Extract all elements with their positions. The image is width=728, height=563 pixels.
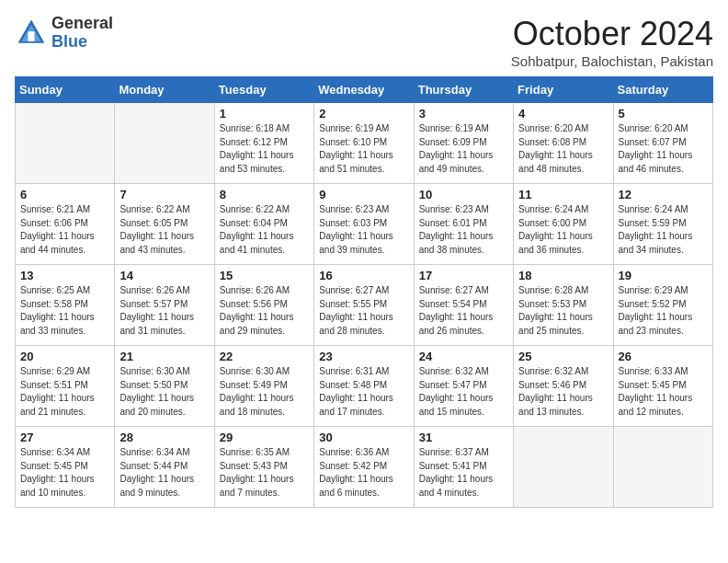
calendar-cell: 20Sunrise: 6:29 AM Sunset: 5:51 PM Dayli… [16, 346, 115, 427]
day-number: 24 [419, 350, 508, 363]
day-info: Sunrise: 6:24 AM Sunset: 6:00 PM Dayligh… [518, 203, 608, 257]
calendar-cell: 7Sunrise: 6:22 AM Sunset: 6:05 PM Daylig… [115, 184, 214, 265]
day-number: 25 [518, 350, 608, 363]
title-block: October 2024 Sohbatpur, Balochistan, Pak… [511, 15, 713, 69]
calendar-cell: 5Sunrise: 6:20 AM Sunset: 6:07 PM Daylig… [613, 103, 712, 184]
day-number: 28 [119, 431, 209, 444]
day-info: Sunrise: 6:22 AM Sunset: 6:05 PM Dayligh… [119, 203, 209, 257]
day-number: 16 [319, 269, 408, 282]
calendar-cell: 18Sunrise: 6:28 AM Sunset: 5:53 PM Dayli… [514, 265, 613, 346]
day-number: 18 [518, 269, 608, 282]
day-info: Sunrise: 6:34 AM Sunset: 5:45 PM Dayligh… [20, 446, 109, 500]
day-info: Sunrise: 6:19 AM Sunset: 6:10 PM Dayligh… [319, 122, 408, 176]
location: Sohbatpur, Balochistan, Pakistan [511, 53, 713, 69]
day-number: 3 [419, 107, 508, 121]
column-header-sunday: Sunday [16, 77, 115, 103]
day-number: 30 [319, 431, 408, 444]
week-row-5: 27Sunrise: 6:34 AM Sunset: 5:45 PM Dayli… [16, 427, 713, 508]
calendar-cell: 12Sunrise: 6:24 AM Sunset: 5:59 PM Dayli… [613, 184, 712, 265]
day-info: Sunrise: 6:34 AM Sunset: 5:44 PM Dayligh… [119, 446, 209, 500]
calendar-cell: 4Sunrise: 6:20 AM Sunset: 6:08 PM Daylig… [514, 103, 613, 184]
day-info: Sunrise: 6:31 AM Sunset: 5:48 PM Dayligh… [319, 365, 408, 419]
calendar-cell: 17Sunrise: 6:27 AM Sunset: 5:54 PM Dayli… [414, 265, 513, 346]
header-row: SundayMondayTuesdayWednesdayThursdayFrid… [16, 77, 713, 103]
day-number: 19 [619, 269, 708, 282]
day-info: Sunrise: 6:21 AM Sunset: 6:06 PM Dayligh… [20, 203, 109, 257]
day-info: Sunrise: 6:29 AM Sunset: 5:51 PM Dayligh… [20, 365, 109, 419]
calendar-cell: 3Sunrise: 6:19 AM Sunset: 6:09 PM Daylig… [414, 103, 513, 184]
logo-general: General [51, 15, 113, 33]
week-row-4: 20Sunrise: 6:29 AM Sunset: 5:51 PM Dayli… [16, 346, 713, 427]
calendar-cell [514, 427, 613, 508]
day-number: 7 [119, 188, 209, 201]
calendar-cell: 10Sunrise: 6:23 AM Sunset: 6:01 PM Dayli… [414, 184, 513, 265]
week-row-1: 1Sunrise: 6:18 AM Sunset: 6:12 PM Daylig… [16, 103, 713, 184]
week-row-3: 13Sunrise: 6:25 AM Sunset: 5:58 PM Dayli… [16, 265, 713, 346]
day-info: Sunrise: 6:32 AM Sunset: 5:47 PM Dayligh… [419, 365, 508, 419]
column-header-friday: Friday [514, 77, 613, 103]
day-number: 27 [20, 431, 109, 444]
day-info: Sunrise: 6:27 AM Sunset: 5:55 PM Dayligh… [319, 284, 408, 338]
day-info: Sunrise: 6:20 AM Sunset: 6:08 PM Dayligh… [518, 122, 608, 176]
day-number: 11 [518, 188, 608, 201]
day-number: 21 [119, 350, 209, 363]
calendar-table: SundayMondayTuesdayWednesdayThursdayFrid… [15, 76, 713, 508]
calendar-cell: 16Sunrise: 6:27 AM Sunset: 5:55 PM Dayli… [314, 265, 414, 346]
day-info: Sunrise: 6:32 AM Sunset: 5:46 PM Dayligh… [518, 365, 608, 419]
day-number: 10 [419, 188, 508, 201]
month-title: October 2024 [511, 15, 713, 53]
calendar-cell: 30Sunrise: 6:36 AM Sunset: 5:42 PM Dayli… [314, 427, 414, 508]
calendar-cell: 19Sunrise: 6:29 AM Sunset: 5:52 PM Dayli… [613, 265, 712, 346]
calendar-cell [613, 427, 712, 508]
week-row-2: 6Sunrise: 6:21 AM Sunset: 6:06 PM Daylig… [16, 184, 713, 265]
column-header-saturday: Saturday [613, 77, 712, 103]
calendar-cell: 23Sunrise: 6:31 AM Sunset: 5:48 PM Dayli… [314, 346, 414, 427]
calendar-cell: 13Sunrise: 6:25 AM Sunset: 5:58 PM Dayli… [16, 265, 115, 346]
day-info: Sunrise: 6:29 AM Sunset: 5:52 PM Dayligh… [619, 284, 708, 338]
calendar-cell: 11Sunrise: 6:24 AM Sunset: 6:00 PM Dayli… [514, 184, 613, 265]
page-header: General Blue October 2024 Sohbatpur, Bal… [15, 15, 713, 69]
calendar-cell: 28Sunrise: 6:34 AM Sunset: 5:44 PM Dayli… [115, 427, 214, 508]
day-info: Sunrise: 6:25 AM Sunset: 5:58 PM Dayligh… [20, 284, 109, 338]
day-info: Sunrise: 6:27 AM Sunset: 5:54 PM Dayligh… [419, 284, 508, 338]
day-number: 15 [220, 269, 309, 282]
calendar-cell [16, 103, 115, 184]
day-info: Sunrise: 6:26 AM Sunset: 5:56 PM Dayligh… [220, 284, 309, 338]
day-number: 13 [20, 269, 109, 282]
column-header-thursday: Thursday [414, 77, 513, 103]
calendar-cell: 22Sunrise: 6:30 AM Sunset: 5:49 PM Dayli… [214, 346, 313, 427]
calendar-cell: 26Sunrise: 6:33 AM Sunset: 5:45 PM Dayli… [613, 346, 712, 427]
calendar-cell: 9Sunrise: 6:23 AM Sunset: 6:03 PM Daylig… [314, 184, 414, 265]
day-info: Sunrise: 6:26 AM Sunset: 5:57 PM Dayligh… [119, 284, 209, 338]
logo-text: General Blue [51, 15, 113, 52]
logo-icon [15, 17, 48, 50]
calendar-cell: 24Sunrise: 6:32 AM Sunset: 5:47 PM Dayli… [414, 346, 513, 427]
day-number: 17 [419, 269, 508, 282]
calendar-cell: 29Sunrise: 6:35 AM Sunset: 5:43 PM Dayli… [214, 427, 313, 508]
day-number: 9 [319, 188, 408, 201]
calendar-cell: 25Sunrise: 6:32 AM Sunset: 5:46 PM Dayli… [514, 346, 613, 427]
calendar-cell: 6Sunrise: 6:21 AM Sunset: 6:06 PM Daylig… [16, 184, 115, 265]
day-info: Sunrise: 6:24 AM Sunset: 5:59 PM Dayligh… [619, 203, 708, 257]
calendar-cell: 15Sunrise: 6:26 AM Sunset: 5:56 PM Dayli… [214, 265, 313, 346]
day-info: Sunrise: 6:23 AM Sunset: 6:01 PM Dayligh… [419, 203, 508, 257]
day-info: Sunrise: 6:30 AM Sunset: 5:49 PM Dayligh… [220, 365, 309, 419]
day-number: 4 [518, 107, 608, 121]
day-info: Sunrise: 6:19 AM Sunset: 6:09 PM Dayligh… [419, 122, 508, 176]
day-info: Sunrise: 6:37 AM Sunset: 5:41 PM Dayligh… [419, 446, 508, 500]
column-header-tuesday: Tuesday [214, 77, 313, 103]
calendar-cell: 1Sunrise: 6:18 AM Sunset: 6:12 PM Daylig… [214, 103, 313, 184]
calendar-cell: 31Sunrise: 6:37 AM Sunset: 5:41 PM Dayli… [414, 427, 513, 508]
logo-blue: Blue [51, 33, 113, 52]
day-info: Sunrise: 6:28 AM Sunset: 5:53 PM Dayligh… [518, 284, 608, 338]
logo: General Blue [15, 15, 113, 52]
day-info: Sunrise: 6:18 AM Sunset: 6:12 PM Dayligh… [220, 122, 309, 176]
day-number: 8 [220, 188, 309, 201]
day-number: 6 [20, 188, 109, 201]
day-number: 20 [20, 350, 109, 363]
day-info: Sunrise: 6:22 AM Sunset: 6:04 PM Dayligh… [220, 203, 309, 257]
day-info: Sunrise: 6:30 AM Sunset: 5:50 PM Dayligh… [119, 365, 209, 419]
calendar-cell: 8Sunrise: 6:22 AM Sunset: 6:04 PM Daylig… [214, 184, 313, 265]
calendar-cell [115, 103, 214, 184]
calendar-cell: 2Sunrise: 6:19 AM Sunset: 6:10 PM Daylig… [314, 103, 414, 184]
